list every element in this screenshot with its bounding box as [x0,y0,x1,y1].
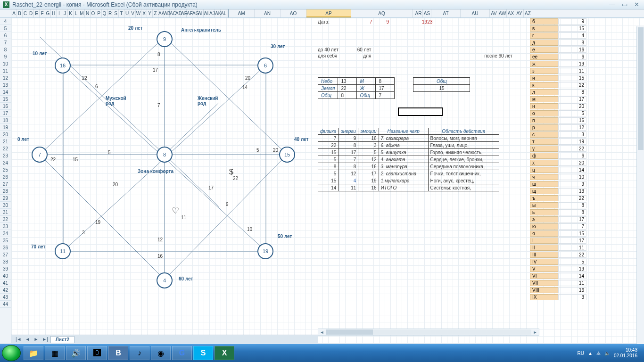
row-header[interactable]: 19 [0,124,11,131]
col-header[interactable]: AM [229,9,255,17]
taskbar-skype[interactable]: S [193,346,213,360]
row-header[interactable]: 31 [0,209,11,216]
sheet-tab[interactable]: Лист2 [50,336,74,343]
row-header[interactable]: 28 [0,188,11,195]
col-header[interactable]: AU [461,9,490,17]
row-header[interactable]: 18 [0,117,11,124]
col-header[interactable]: Y [147,9,153,17]
tab-nav-last[interactable]: ►| [41,337,50,342]
row-header[interactable]: 32 [0,216,11,223]
worksheet[interactable]: 4567891011121314151617181920212223242526… [0,18,644,343]
col-header[interactable]: B [17,9,23,17]
row-header[interactable]: 38 [0,258,11,265]
row-header[interactable]: 6 [0,32,11,39]
taskbar-chrome[interactable]: ◉ [151,346,171,360]
col-header[interactable]: Z [153,9,158,17]
tab-nav-prev[interactable]: ◄ [24,337,32,342]
col-header[interactable]: AG [192,9,198,17]
col-header[interactable]: U [124,9,130,17]
col-header[interactable]: AB [164,9,170,17]
row-header[interactable]: 10 [0,60,11,67]
col-header[interactable]: AC [170,9,175,17]
taskbar-media[interactable]: 🔊 [66,346,86,360]
col-header[interactable]: AO [281,9,306,17]
row-header[interactable]: 42 [0,287,11,294]
row-header[interactable]: 9 [0,53,11,60]
row-header[interactable]: 39 [0,265,11,272]
close-button[interactable]: ✕ [634,1,639,8]
tab-nav-next[interactable]: ► [32,337,40,342]
col-header[interactable]: AT [431,9,461,17]
taskbar-google[interactable]: G [172,346,192,360]
tab-nav-first[interactable]: |◄ [14,337,23,342]
scroll-left-icon[interactable]: ◄ [318,330,326,335]
col-header[interactable]: AD [175,9,181,17]
col-header[interactable]: T [119,9,124,17]
tray-lang[interactable]: RU [578,351,584,356]
taskbar-vk[interactable]: B [108,346,128,360]
col-header[interactable]: AJ [209,9,215,17]
row-header[interactable]: 14 [0,89,11,96]
col-header[interactable]: G [45,9,51,17]
horizontal-scrollbar-right[interactable]: ◄ ► [318,329,539,336]
row-header[interactable]: 35 [0,237,11,244]
cell-grid[interactable]: 9 6 15 19 4 11 7 16 8 Ангел-хранитель Зо… [11,18,644,343]
col-header[interactable]: K [68,9,74,17]
row-header[interactable]: 29 [0,195,11,202]
col-header[interactable]: AE [181,9,187,17]
row-header[interactable]: 44 [0,301,11,308]
col-header[interactable]: V [130,9,136,17]
taskbar-excel[interactable]: X [215,346,234,360]
start-button[interactable] [2,345,21,361]
row-header[interactable]: 4 [0,18,11,25]
row-header[interactable]: 40 [0,272,11,280]
vertical-scrollbar[interactable] [636,26,644,352]
col-header[interactable]: W [136,9,141,17]
taskbar-music[interactable]: ♪ [130,346,149,360]
taskbar-explorer[interactable]: 📁 [24,346,43,360]
col-header[interactable]: M [79,9,85,17]
row-header[interactable]: 30 [0,202,11,209]
row-header[interactable]: 21 [0,138,11,145]
row-header[interactable]: 34 [0,230,11,237]
col-header[interactable]: AS [423,9,431,17]
row-header[interactable]: 26 [0,173,11,181]
col-header[interactable]: O [91,9,96,17]
selected-cell[interactable] [398,107,443,116]
row-header[interactable]: 24 [0,159,11,166]
col-header[interactable]: S [113,9,119,17]
row-header[interactable]: 7 [0,39,11,46]
col-header[interactable]: AX [507,9,515,17]
col-header[interactable]: AP [306,9,351,17]
col-header[interactable]: R [107,9,113,17]
col-header[interactable]: L [74,9,79,17]
row-header[interactable]: 37 [0,251,11,258]
row-header[interactable]: 12 [0,74,11,82]
row-header[interactable]: 15 [0,96,11,103]
row-header[interactable]: 17 [0,110,11,117]
taskbar-totalcmd[interactable]: ▦ [45,346,65,360]
col-header[interactable]: AK [215,9,221,17]
col-header[interactable]: AF [187,9,192,17]
col-header[interactable]: AQ [351,9,413,17]
scroll-thumb[interactable] [326,329,373,335]
col-header[interactable]: H [51,9,57,17]
col-header[interactable]: I [57,9,62,17]
col-header[interactable]: AZ [524,9,532,17]
col-header[interactable]: A [11,9,17,17]
tray-volume-icon[interactable]: 🔈 [604,351,610,356]
row-header[interactable]: 13 [0,82,11,89]
col-header[interactable]: AW [498,9,507,17]
col-header[interactable]: Q [102,9,107,17]
row-header[interactable]: 27 [0,181,11,188]
col-header[interactable]: AA [158,9,164,17]
restore-button[interactable]: ▭ [622,1,627,8]
tray-network-icon[interactable]: ⚠ [596,351,601,356]
minimize-button[interactable]: — [609,1,615,8]
col-header[interactable]: C [23,9,28,17]
col-header[interactable]: AI [204,9,209,17]
row-header[interactable]: 33 [0,223,11,230]
tray-flag-icon[interactable]: ▲ [588,351,593,356]
scroll-right-icon[interactable]: ► [531,330,539,335]
col-header[interactable]: J [62,9,68,17]
